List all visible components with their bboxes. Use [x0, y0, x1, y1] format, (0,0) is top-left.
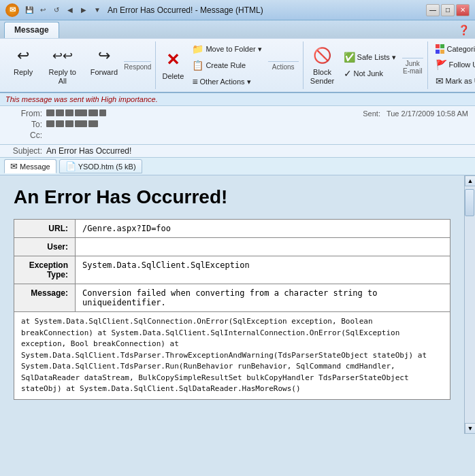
- window-controls: — □ ✕: [426, 4, 470, 16]
- ribbon: Message ❓ ↩ Reply ↩↩ Reply to All ↪ Forw…: [0, 20, 475, 93]
- exception-type-value: System.Data.SqlClient.SqlException: [76, 256, 451, 284]
- safe-lists-icon: ✅: [344, 52, 355, 63]
- minimize-button[interactable]: —: [426, 4, 440, 16]
- actions-group: ✕ Delete 📁 Move to Folder ▾ 📋 Create Rul…: [156, 41, 303, 89]
- block-sender-button[interactable]: 🚫 Block Sender: [308, 42, 338, 88]
- junk-group: 🚫 Block Sender ✅ Safe Lists ▾ ✓ Not Junk…: [304, 41, 428, 89]
- subject-label: Subject:: [7, 146, 42, 156]
- cc-row: Cc:: [7, 131, 468, 140]
- reply-icon: ↩: [12, 45, 34, 67]
- url-value: /Genre.aspx?ID=foo: [76, 220, 451, 238]
- stack-trace: at System.Data.SqlClient.SqlConnection.O…: [14, 312, 451, 400]
- categorize-icon: [436, 44, 445, 54]
- subject-row: Subject: An Error Has Occurred!: [0, 145, 475, 158]
- scroll-up-button[interactable]: ▲: [465, 175, 475, 186]
- importance-notice: This message was sent with High importan…: [0, 93, 475, 106]
- safe-lists-button[interactable]: ✅ Safe Lists ▾: [340, 50, 399, 65]
- user-value: [76, 238, 451, 256]
- url-label: URL:: [14, 220, 76, 238]
- from-value: [46, 109, 359, 118]
- maximize-button[interactable]: □: [441, 4, 455, 16]
- forward-qat-button[interactable]: ▶: [78, 5, 90, 16]
- reply-all-button[interactable]: ↩↩ Reply to All: [41, 42, 84, 88]
- create-rule-button[interactable]: 📋 Create Rule: [189, 58, 265, 73]
- not-junk-button[interactable]: ✓ Not Junk: [340, 66, 399, 81]
- back-qat-button[interactable]: ◀: [64, 5, 76, 16]
- table-row: Message: Conversion failed when converti…: [14, 284, 451, 312]
- ribbon-tabs: Message ❓: [0, 20, 475, 38]
- title-bar: ✉ 💾 ↩ ↺ ◀ ▶ ▼ An Error Has Occurred! - M…: [0, 0, 475, 20]
- options-group: Categorize ▾ 🚩 Follow Up ▾ ✉ Mark as Unr…: [428, 41, 475, 89]
- email-content-area: An Error Has Occurred! URL: /Genre.aspx?…: [0, 175, 475, 434]
- delete-icon: ✕: [162, 49, 184, 71]
- respond-buttons: ↩ Reply ↩↩ Reply to All ↪ Forward: [8, 42, 121, 88]
- save-qat-button[interactable]: 💾: [23, 5, 35, 16]
- error-title: An Error Has Occurred!: [14, 186, 451, 208]
- from-address: [46, 109, 106, 116]
- scroll-thumb[interactable]: [465, 189, 474, 216]
- mark-unread-button[interactable]: ✉ Mark as Unread: [432, 73, 475, 88]
- dropdown-arrow-icon: ▾: [258, 45, 262, 54]
- sent-date: Sent: Tue 2/17/2009 10:58 AM: [363, 109, 468, 118]
- block-sender-icon: 🚫: [312, 45, 333, 67]
- tab-message-view[interactable]: ✉ Message: [4, 159, 56, 173]
- respond-group: ↩ Reply ↩↩ Reply to All ↪ Forward Respon…: [4, 41, 156, 89]
- message-tab-icon: ✉: [10, 161, 18, 171]
- redo-qat-button[interactable]: ↺: [50, 5, 63, 16]
- table-row: URL: /Genre.aspx?ID=foo: [14, 220, 451, 238]
- to-row: To:: [7, 120, 468, 129]
- to-value: [46, 120, 468, 129]
- error-table: URL: /Genre.aspx?ID=foo User: Exception …: [14, 219, 451, 400]
- tab-attachment[interactable]: 📄 YSOD.htm (5 kB): [59, 159, 142, 173]
- move-to-folder-button[interactable]: 📁 Move to Folder ▾: [189, 41, 265, 56]
- junk-col: ✅ Safe Lists ▾ ✓ Not Junk: [340, 50, 399, 81]
- user-label: User:: [14, 238, 76, 256]
- tab-message[interactable]: Message: [4, 22, 59, 38]
- respond-group-label: Respond: [124, 61, 151, 71]
- table-row: User:: [14, 238, 451, 256]
- scroll-down-button[interactable]: ▼: [465, 423, 475, 434]
- undo-qat-button[interactable]: ↩: [37, 5, 49, 16]
- scroll-track: [465, 186, 475, 423]
- actions-col: 📁 Move to Folder ▾ 📋 Create Rule ≡ Other…: [189, 41, 265, 89]
- exception-type-label: Exception Type:: [14, 256, 76, 284]
- title-bar-left: ✉ 💾 ↩ ↺ ◀ ▶ ▼ An Error Has Occurred! - M…: [5, 3, 263, 17]
- more-qat-button[interactable]: ▼: [91, 5, 103, 16]
- not-junk-icon: ✓: [344, 68, 352, 79]
- forward-button[interactable]: ↪ Forward: [86, 42, 121, 80]
- junk-group-label: Junk E-mail: [402, 58, 423, 75]
- window-title: An Error Has Occurred! - Message (HTML): [108, 5, 263, 15]
- mark-unread-icon: ✉: [436, 75, 444, 86]
- dropdown-arrow-icon-2: ▾: [247, 78, 251, 86]
- delete-button[interactable]: ✕ Delete: [160, 46, 186, 84]
- help-icon[interactable]: ❓: [453, 22, 475, 38]
- cc-label: Cc:: [7, 131, 42, 140]
- reply-button[interactable]: ↩ Reply: [8, 42, 38, 80]
- options-buttons: Categorize ▾ 🚩 Follow Up ▾ ✉ Mark as Unr…: [432, 42, 475, 88]
- message-value: Conversion failed when converting from a…: [76, 284, 451, 312]
- reply-all-icon: ↩↩: [52, 45, 73, 67]
- from-label: From:: [7, 109, 42, 118]
- subject-value: An Error Has Occurred!: [46, 146, 131, 156]
- other-actions-icon: ≡: [192, 76, 197, 87]
- follow-up-icon: 🚩: [436, 59, 447, 70]
- attachment-tabs: ✉ Message 📄 YSOD.htm (5 kB): [0, 158, 475, 175]
- rule-icon: 📋: [192, 60, 203, 71]
- forward-icon: ↪: [93, 45, 115, 67]
- to-address: [46, 120, 98, 127]
- close-button[interactable]: ✕: [456, 4, 470, 16]
- to-label: To:: [7, 120, 42, 129]
- stack-trace-row: at System.Data.SqlClient.SqlConnection.O…: [14, 312, 451, 400]
- table-row: Exception Type: System.Data.SqlClient.Sq…: [14, 256, 451, 284]
- follow-up-button[interactable]: 🚩 Follow Up ▾: [432, 57, 475, 72]
- email-meta: From: Sent: Tue 2/17/2009 10:58 AM To:: [0, 106, 475, 145]
- message-label: Message:: [14, 284, 76, 312]
- categorize-button[interactable]: Categorize ▾: [432, 42, 475, 56]
- actions-group-label: Actions: [268, 61, 299, 71]
- other-actions-button[interactable]: ≡ Other Actions ▾: [189, 74, 265, 89]
- email-body[interactable]: An Error Has Occurred! URL: /Genre.aspx?…: [0, 175, 464, 434]
- email-scrollbar[interactable]: ▲ ▼: [464, 175, 475, 434]
- stack-trace-text: at System.Data.SqlClient.SqlConnection.O…: [21, 316, 443, 395]
- from-row: From: Sent: Tue 2/17/2009 10:58 AM: [7, 109, 468, 118]
- attachment-tab-icon: 📄: [65, 161, 76, 171]
